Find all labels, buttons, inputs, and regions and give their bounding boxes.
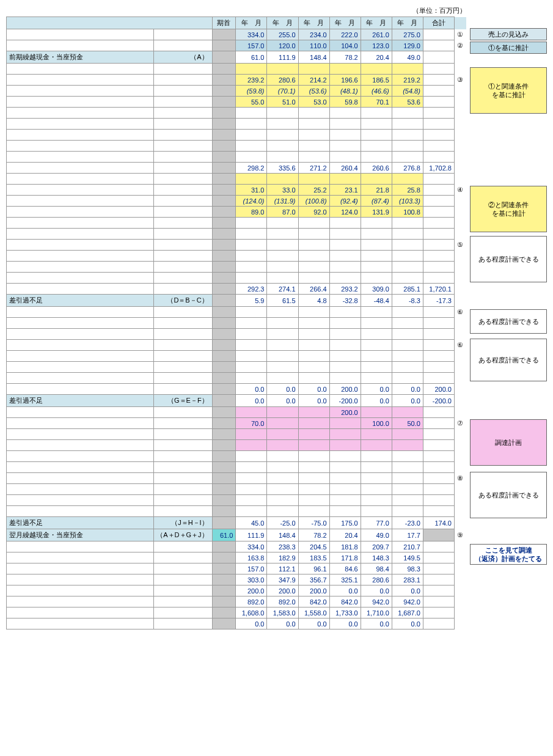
period-r_blk7	[212, 229, 236, 240]
marker-r_blk12: ⑥	[454, 307, 466, 318]
cell-r_blk23-1	[267, 495, 298, 506]
period-r_blk4	[212, 141, 236, 152]
marker-r_y5	[454, 196, 466, 207]
row-label-r_y5	[7, 196, 154, 207]
cell-r_bot6-4: 942.0	[361, 596, 392, 607]
total-r_A	[423, 51, 454, 64]
total-r_blk2	[423, 119, 454, 130]
period-r_blk24	[212, 506, 236, 517]
cell-r_blk15-0	[236, 340, 267, 351]
row-eq-r_p2	[154, 418, 212, 429]
cell-r_subC-0: 292.3	[236, 284, 267, 295]
cell-r_G-4: 0.0	[361, 395, 392, 407]
cell-r_G-0: 0.0	[236, 395, 267, 407]
cell-r_blk11-1	[267, 273, 298, 284]
total-r_y_blank2	[423, 174, 454, 185]
period-r_blk22	[212, 484, 236, 495]
marker-r_bot3	[454, 563, 466, 574]
row-label-r_G: 差引過不足	[7, 395, 154, 407]
cell-r_blk1-4	[361, 108, 392, 119]
row-label-r_blk15	[7, 340, 154, 351]
cell-r_blk5-1	[267, 152, 298, 163]
cell-r_blk24-0	[236, 506, 267, 517]
cell-r_blk17-0	[236, 362, 267, 373]
marker-r_blk5	[454, 152, 466, 163]
cell-r_blk13-1	[267, 318, 298, 329]
cell-r_y5-1: (131.9)	[267, 196, 298, 207]
cell-r_bot7-5: 1,687.0	[392, 607, 423, 618]
period-r_blk15	[212, 340, 236, 351]
period-r_bot3	[212, 563, 236, 574]
cell-r_p4-0	[236, 440, 267, 451]
row-eq-r_p1	[154, 407, 212, 418]
cell-r_bot1-5: 210.7	[392, 541, 423, 552]
row-eq-r_y6	[154, 207, 212, 218]
cell-r_blk6-5	[392, 218, 423, 229]
row-label-r_p3	[7, 429, 154, 440]
cell-r_y1-4: 186.5	[361, 75, 392, 86]
cell-r_blk19-5	[392, 451, 423, 462]
cell-r_p2-5: 50.0	[392, 418, 423, 429]
total-r_blk11	[423, 273, 454, 284]
cell-r_blk3-0	[236, 130, 267, 141]
row-eq-r_blk21	[154, 473, 212, 484]
cell-r_EF-2: 0.0	[298, 384, 329, 395]
cell-r_subB-5: 276.8	[392, 163, 423, 174]
cell-r_blk18-0	[236, 373, 267, 384]
marker-r_blk1	[454, 108, 466, 119]
period-r_D	[212, 295, 236, 307]
marker-r_bot2	[454, 552, 466, 563]
marker-r_bot4	[454, 574, 466, 585]
cell-r_blk6-1	[267, 218, 298, 229]
cell-r_blk4-2	[298, 141, 329, 152]
marker-r_blk6	[454, 218, 466, 229]
cell-r_p4-5	[392, 440, 423, 451]
cell-r_bot4-4: 280.6	[361, 574, 392, 585]
total-r_bot1	[423, 541, 454, 552]
cell-r_subC-5: 285.1	[392, 284, 423, 295]
marker-r_blk2	[454, 119, 466, 130]
cell-r_blk4-0	[236, 141, 267, 152]
cell-r_EF-3: 200.0	[329, 384, 361, 395]
cell-r_blk1-2	[298, 108, 329, 119]
side-box-9: ある程度計画できる	[470, 309, 547, 334]
row-eq-r_blk23	[154, 495, 212, 506]
marker-r_y_blank1	[454, 64, 466, 75]
cell-r_blk3-3	[329, 130, 361, 141]
row-label-r_y4	[7, 185, 154, 196]
cell-r_y5-5: (103.3)	[392, 196, 423, 207]
cell-r_blk24-1	[267, 506, 298, 517]
row-eq-r_blk7	[154, 229, 212, 240]
cell-r_blk23-5	[392, 495, 423, 506]
cell-r_bot6-5: 942.0	[392, 596, 423, 607]
cell-r_carryNext-0: 111.9	[236, 529, 267, 541]
cell-r_y1-5: 219.2	[392, 75, 423, 86]
cell-r_blk13-4	[361, 318, 392, 329]
cell-r_y6-5: 100.8	[392, 207, 423, 218]
cell-r_p4-3	[329, 440, 361, 451]
cell-r_subB-4: 260.6	[361, 163, 392, 174]
row-eq-r_blk12	[154, 307, 212, 318]
cell-r_bot8-1: 0.0	[267, 618, 298, 629]
cell-r_bot3-1: 112.1	[267, 563, 298, 574]
cell-r_est1-4: 123.0	[361, 40, 392, 51]
total-r_blk6	[423, 218, 454, 229]
row-eq-r_est1	[154, 40, 212, 51]
cell-r_blk20-3	[329, 462, 361, 473]
cell-r_y1-1: 280.6	[267, 75, 298, 86]
row-label-r_J: 差引過不足	[7, 517, 154, 529]
side-box-3: ①と関連条件を基に推計	[470, 67, 547, 114]
marker-r_J	[454, 517, 466, 529]
cell-r_blk21-0	[236, 473, 267, 484]
cell-r_y2-3: (48.1)	[329, 86, 361, 97]
row-label-r_blk24	[7, 506, 154, 517]
cell-r_EF-1: 0.0	[267, 384, 298, 395]
cell-r_y6-4: 131.9	[361, 207, 392, 218]
marker-r_blk24	[454, 506, 466, 517]
total-r_p3	[423, 429, 454, 440]
row-eq-r_blk2	[154, 119, 212, 130]
cell-r_blk20-2	[298, 462, 329, 473]
row-eq-r_blk19	[154, 451, 212, 462]
marker-r_bot8	[454, 618, 466, 629]
cell-r_y5-2: (100.8)	[298, 196, 329, 207]
